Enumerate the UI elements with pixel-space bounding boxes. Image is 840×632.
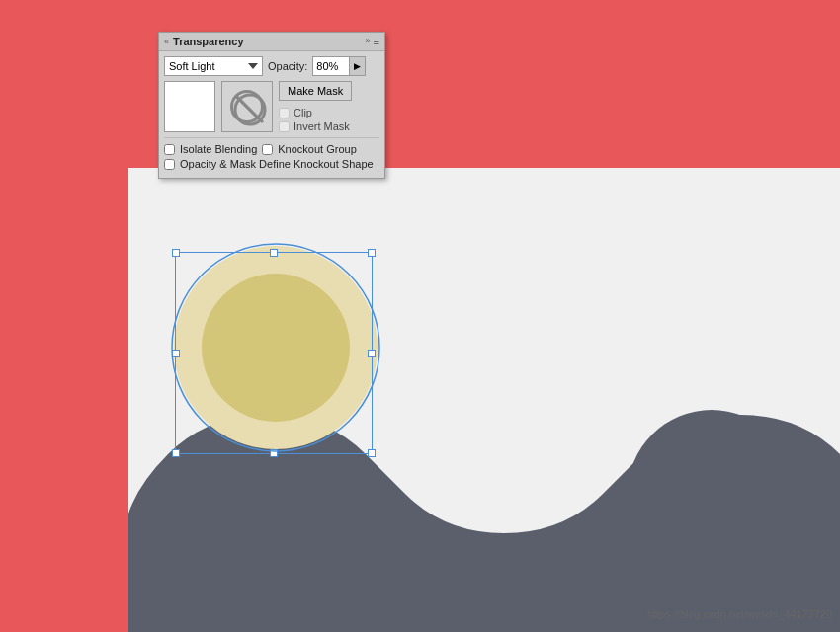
panel-controls: Soft Light Normal Multiply Screen Overla… — [159, 51, 384, 178]
no-mask-icon — [230, 90, 264, 123]
opacity-mask-checkbox[interactable] — [164, 159, 175, 170]
opacity-arrow-btn[interactable]: ▶ — [349, 57, 365, 75]
handle-br[interactable] — [368, 449, 376, 457]
blend-opacity-row: Soft Light Normal Multiply Screen Overla… — [164, 56, 379, 76]
isolate-blending-row: Isolate Blending Knockout Group — [164, 143, 379, 155]
red-bar-left — [0, 168, 128, 632]
blend-mode-select[interactable]: Soft Light Normal Multiply Screen Overla… — [164, 56, 263, 76]
content-area — [128, 168, 840, 632]
mask-options: Make Mask Clip Invert Mask — [279, 81, 352, 132]
layer-thumbnail — [164, 81, 215, 132]
invert-mask-checkbox-row: Invert Mask — [279, 120, 352, 132]
isolate-blending-label: Isolate Blending — [180, 143, 257, 155]
thumbnail-mask-row: Make Mask Clip Invert Mask — [164, 81, 379, 132]
opacity-mask-row: Opacity & Mask Define Knockout Shape — [164, 158, 379, 170]
titlebar-left: « Transparency — [164, 36, 244, 47]
red-bar-top — [0, 0, 840, 168]
knockout-group-label: Knockout Group — [278, 143, 357, 155]
invert-mask-label: Invert Mask — [294, 120, 350, 132]
clip-label: Clip — [294, 107, 312, 118]
opacity-label: Opacity: — [268, 60, 307, 72]
handle-tc[interactable] — [270, 249, 278, 257]
opacity-input[interactable] — [313, 57, 349, 75]
titlebar-right: » ≡ — [366, 36, 379, 47]
svg-line-5 — [237, 97, 263, 122]
opacity-input-wrap: ▶ — [312, 56, 366, 76]
opacity-mask-label: Opacity & Mask Define Knockout Shape — [180, 158, 374, 170]
svg-point-0 — [628, 410, 796, 578]
handle-bc[interactable] — [270, 449, 278, 457]
handle-tr[interactable] — [368, 249, 376, 257]
scroll-right-icon[interactable]: » — [366, 36, 371, 47]
bottom-checkboxes: Isolate Blending Knockout Group Opacity … — [164, 137, 379, 170]
no-mask-thumbnail — [221, 81, 273, 132]
transparency-panel: « Transparency » ≡ Soft Light Normal Mul… — [158, 32, 385, 179]
panel-titlebar[interactable]: « Transparency » ≡ — [159, 33, 384, 51]
clip-checkbox-row: Clip — [279, 107, 352, 118]
handle-ml[interactable] — [172, 350, 180, 357]
knockout-group-checkbox[interactable] — [262, 144, 273, 155]
panel-title: Transparency — [173, 36, 244, 47]
selection-box — [175, 252, 373, 454]
watermark: https://blog.csdn.net/weixin_44173720 — [647, 608, 832, 620]
isolate-blending-checkbox[interactable] — [164, 144, 175, 155]
invert-mask-checkbox[interactable] — [279, 121, 290, 132]
handle-mr[interactable] — [368, 350, 376, 357]
handle-tl[interactable] — [172, 249, 180, 257]
panel-menu-icon[interactable]: ≡ — [374, 36, 379, 47]
scroll-left-icon[interactable]: « — [164, 37, 169, 46]
make-mask-button[interactable]: Make Mask — [279, 81, 352, 101]
clip-checkbox[interactable] — [279, 108, 290, 118]
canvas-background: « Transparency » ≡ Soft Light Normal Mul… — [0, 0, 840, 632]
handle-bl[interactable] — [172, 449, 180, 457]
